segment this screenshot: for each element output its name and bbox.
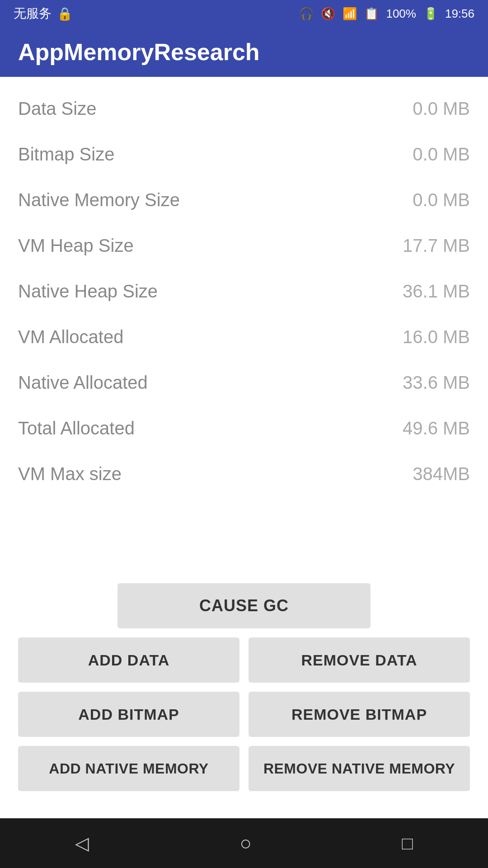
- metric-value-vm-heap-size: 17.7 MB: [403, 236, 470, 256]
- metric-label-vm-allocated: VM Allocated: [18, 327, 123, 347]
- status-bar: 无服务 🔒 🎧 🔇 📶 📋 100% 🔋 19:56: [0, 0, 488, 27]
- metric-row-native-memory-size: Native Memory Size 0.0 MB: [18, 177, 470, 223]
- metric-row-native-allocated: Native Allocated 33.6 MB: [18, 360, 470, 406]
- bitmap-button-row: ADD BITMAP REMOVE BITMAP: [18, 692, 470, 737]
- sim-icon: 📋: [364, 7, 379, 21]
- metric-row-vm-heap-size: VM Heap Size 17.7 MB: [18, 223, 470, 269]
- metric-value-native-allocated: 33.6 MB: [403, 373, 470, 393]
- metric-row-vm-allocated: VM Allocated 16.0 MB: [18, 314, 470, 360]
- metric-label-native-heap-size: Native Heap Size: [18, 281, 158, 302]
- status-left: 无服务 🔒: [14, 5, 73, 22]
- content-area: Data Size 0.0 MB Bitmap Size 0.0 MB Nati…: [0, 77, 488, 574]
- metric-row-data-size: Data Size 0.0 MB: [18, 86, 470, 132]
- metric-label-vm-heap-size: VM Heap Size: [18, 236, 134, 256]
- nav-bar: [0, 818, 488, 868]
- battery-icon: 🔋: [423, 7, 438, 21]
- add-data-button[interactable]: ADD DATA: [18, 637, 239, 683]
- nav-back-button[interactable]: [75, 833, 89, 854]
- metric-value-bitmap-size: 0.0 MB: [413, 144, 470, 165]
- metric-label-native-memory-size: Native Memory Size: [18, 190, 180, 210]
- nav-recent-button[interactable]: [402, 833, 413, 854]
- metric-row-bitmap-size: Bitmap Size 0.0 MB: [18, 132, 470, 177]
- metric-value-native-heap-size: 36.1 MB: [403, 281, 470, 302]
- cause-gc-button[interactable]: CAUSE GC: [117, 583, 371, 628]
- carrier-icon: 🔒: [57, 6, 73, 21]
- add-native-memory-button[interactable]: ADD NATIVE MEMORY: [18, 746, 239, 791]
- metric-value-total-allocated: 49.6 MB: [403, 418, 470, 439]
- metric-value-data-size: 0.0 MB: [413, 99, 470, 119]
- wifi-icon: 📶: [343, 7, 357, 21]
- remove-data-button[interactable]: REMOVE DATA: [249, 637, 470, 683]
- headphone-icon: 🎧: [299, 7, 314, 21]
- metric-value-vm-max-size: 384MB: [413, 464, 470, 484]
- native-memory-button-row: ADD NATIVE MEMORY REMOVE NATIVE MEMORY: [18, 746, 470, 791]
- metric-label-native-allocated: Native Allocated: [18, 373, 148, 393]
- remove-bitmap-button[interactable]: REMOVE BITMAP: [249, 692, 470, 737]
- metric-label-vm-max-size: VM Max size: [18, 464, 122, 484]
- metric-label-data-size: Data Size: [18, 99, 96, 119]
- battery-text: 100%: [386, 7, 416, 21]
- remove-native-memory-button[interactable]: REMOVE NATIVE MEMORY: [249, 746, 470, 791]
- metric-row-vm-max-size: VM Max size 384MB: [18, 451, 470, 497]
- carrier-text: 无服务: [14, 5, 52, 22]
- metric-label-bitmap-size: Bitmap Size: [18, 144, 114, 165]
- status-right: 🎧 🔇 📶 📋 100% 🔋 19:56: [299, 7, 474, 21]
- metric-row-total-allocated: Total Allocated 49.6 MB: [18, 406, 470, 451]
- data-button-row: ADD DATA REMOVE DATA: [18, 637, 470, 683]
- button-section: CAUSE GC ADD DATA REMOVE DATA ADD BITMAP…: [0, 574, 488, 818]
- metric-value-vm-allocated: 16.0 MB: [403, 327, 470, 347]
- metric-row-native-heap-size: Native Heap Size 36.1 MB: [18, 269, 470, 314]
- app-bar: AppMemoryResearch: [0, 27, 488, 77]
- metric-label-total-allocated: Total Allocated: [18, 418, 135, 439]
- mute-icon: 🔇: [321, 7, 335, 21]
- app-title: AppMemoryResearch: [18, 38, 260, 66]
- time-text: 19:56: [445, 7, 474, 21]
- metric-value-native-memory-size: 0.0 MB: [413, 190, 470, 210]
- nav-home-button[interactable]: [239, 832, 252, 854]
- add-bitmap-button[interactable]: ADD BITMAP: [18, 692, 239, 737]
